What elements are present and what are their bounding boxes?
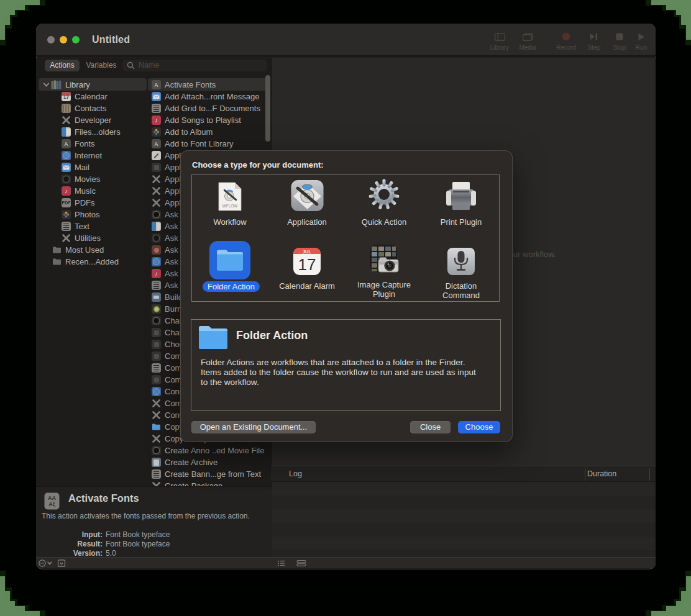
svg-text:17: 17	[298, 255, 316, 274]
svg-text:AA: AA	[48, 495, 56, 501]
svg-text:WFLOW: WFLOW	[222, 204, 238, 208]
svg-text:Aξ: Aξ	[48, 501, 55, 507]
svg-text:JUL: JUL	[303, 249, 312, 255]
